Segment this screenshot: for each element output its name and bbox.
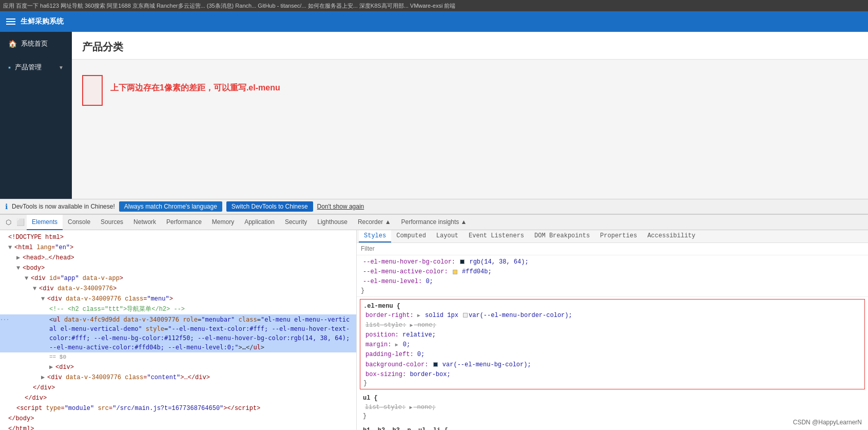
tab-elements[interactable]: Elements — [27, 215, 63, 230]
tab-performance-insights[interactable]: Performance insights ▲ — [396, 215, 472, 230]
hamburger-icon[interactable] — [6, 18, 15, 25]
subtab-properties[interactable]: Properties — [595, 230, 642, 242]
browser-tabs-text: 应用 百度一下 ha6123 网址导航 360搜索 阿里1688 京东商城 Ra… — [3, 2, 455, 10]
css-heading-rule: h1, h2, h3, p, ul, li { margin: ▶ 0; pad… — [360, 424, 865, 430]
html-line: </div> — [0, 393, 356, 403]
html-line: == $0 — [0, 352, 356, 362]
tab-security[interactable]: Security — [280, 215, 312, 230]
subtab-styles[interactable]: Styles — [359, 230, 391, 242]
sidebar-home-label: 系统首页 — [21, 39, 48, 48]
color-swatch — [453, 270, 457, 274]
grid-icon: ▪ — [8, 63, 11, 71]
home-icon: 🏠 — [8, 40, 17, 48]
tab-lighthouse[interactable]: Lighthouse — [312, 215, 353, 230]
subtab-dom-breakpoints[interactable]: DOM Breakpoints — [529, 230, 595, 242]
app-container: 生鲜采购系统 🏠 系统首页 ▪ 产品管理 ▼ 产品分类 上下两边存在1像素的差距… — [0, 11, 868, 430]
tab-performance[interactable]: Performance — [161, 215, 207, 230]
page-header: 产品分类 — [72, 32, 868, 60]
inspect-icon[interactable]: ⬡ — [2, 216, 14, 229]
html-line: ▼ <div id="app" data-v-app> — [0, 273, 356, 284]
html-line: ▼ <div data-v-34009776> — [0, 284, 356, 294]
subtab-layout[interactable]: Layout — [431, 230, 464, 242]
tab-console[interactable]: Console — [63, 215, 95, 230]
chevron-down-icon: ▼ — [59, 65, 64, 70]
main-content: 产品分类 上下两边存在1像素的差距，可以重写.el-menu — [72, 32, 868, 199]
app-title: 生鲜采购系统 — [21, 17, 64, 26]
tab-application[interactable]: Application — [239, 215, 280, 230]
sidebar: 🏠 系统首页 ▪ 产品管理 ▼ — [0, 32, 72, 199]
devtools-notify-bar: ℹ DevTools is now available in Chinese! … — [0, 199, 868, 214]
sidebar-item-home[interactable]: 🏠 系统首页 — [0, 32, 72, 55]
watermark: CSDN @HappyLearnerN — [793, 419, 862, 426]
html-line: </div> — [0, 383, 356, 393]
styles-panel: Styles Computed Layout Event Listeners D… — [357, 230, 868, 430]
annotation-text: 上下两边存在1像素的差距，可以重写.el-menu — [110, 83, 280, 94]
html-line: ▼ <div data-v-34009776 class="menu"> — [0, 294, 356, 304]
html-line: ▶ <div> — [0, 362, 356, 372]
html-line: ▶ <div data-v-34009776 class="content">…… — [0, 372, 356, 383]
subtab-accessibility[interactable]: Accessibility — [642, 230, 701, 242]
devtools-body: <!DOCTYPE html> ▼ <html lang="en"> ▶ <he… — [0, 230, 868, 430]
css-el-menu-rule: .el-menu { border-right: ▶ solid 1px var… — [360, 299, 865, 389]
css-ul-rule: ul { list-style: ▶ none; } — [360, 391, 865, 422]
html-line: <!DOCTYPE html> — [0, 232, 356, 242]
content-wrapper: 🏠 系统首页 ▪ 产品管理 ▼ 产品分类 上下两边存在1像素的差距，可以重写.e… — [0, 32, 868, 199]
css-var-line: --el-menu-level: 0; — [361, 277, 864, 287]
html-line: <script type="module" src="/src/main.js?… — [0, 403, 356, 414]
html-line: ▼ <body> — [0, 263, 356, 273]
css-vars-block: --el-menu-hover-bg-color: rgb(14, 38, 64… — [357, 255, 868, 297]
html-line: </html> — [0, 424, 356, 431]
html-panel[interactable]: <!DOCTYPE html> ▼ <html lang="en"> ▶ <he… — [0, 230, 357, 430]
devtools-info-text: DevTools is now available in Chinese! — [12, 203, 115, 210]
tab-recorder[interactable]: Recorder ▲ — [353, 215, 396, 230]
color-swatch — [463, 313, 468, 317]
sidebar-products-label: 产品管理 — [15, 63, 42, 72]
red-highlight-box — [82, 75, 103, 106]
page-title: 产品分类 — [82, 40, 858, 54]
html-line: ▼ <html lang="en"> — [0, 242, 356, 253]
html-line: </body> — [0, 414, 356, 424]
devtools-tabs: ⬡ ⬜ Elements Console Sources Network Per… — [0, 215, 868, 230]
html-line: ▶ <head>…</head> — [0, 253, 356, 263]
dont-show-again-button[interactable]: Don't show again — [317, 203, 364, 210]
tab-network[interactable]: Network — [128, 215, 161, 230]
styles-subtabs: Styles Computed Layout Event Listeners D… — [357, 230, 868, 243]
info-icon: ℹ — [5, 202, 8, 211]
filter-bar — [357, 243, 868, 255]
subtab-event-listeners[interactable]: Event Listeners — [464, 230, 529, 242]
filter-input[interactable] — [361, 245, 864, 252]
color-swatch — [433, 362, 438, 367]
html-line: <!-- <h2 class="ttt">导航菜单</h2> --> — [0, 304, 356, 314]
app-topbar: 生鲜采购系统 — [0, 11, 868, 32]
devtools-panel: ⬡ ⬜ Elements Console Sources Network Per… — [0, 214, 868, 430]
device-icon[interactable]: ⬜ — [14, 216, 27, 229]
color-swatch — [460, 259, 465, 264]
css-var-line: --el-menu-active-color: #ffd04b; — [361, 267, 864, 277]
tab-sources[interactable]: Sources — [95, 215, 128, 230]
tab-memory[interactable]: Memory — [207, 215, 239, 230]
html-line-selected: ... <ul data-v-4fc9d9dd data-v-34009776 … — [0, 314, 356, 352]
switch-to-chinese-button[interactable]: Switch DevTools to Chinese — [226, 201, 313, 212]
sidebar-item-products[interactable]: ▪ 产品管理 ▼ — [0, 55, 72, 79]
subtab-computed[interactable]: Computed — [391, 230, 431, 242]
always-match-language-button[interactable]: Always match Chrome's language — [119, 201, 222, 212]
page-body: 上下两边存在1像素的差距，可以重写.el-menu — [72, 60, 868, 199]
browser-topbar: 应用 百度一下 ha6123 网址导航 360搜索 阿里1688 京东商城 Ra… — [0, 0, 868, 11]
css-var-line: --el-menu-hover-bg-color: rgb(14, 38, 64… — [361, 257, 864, 267]
